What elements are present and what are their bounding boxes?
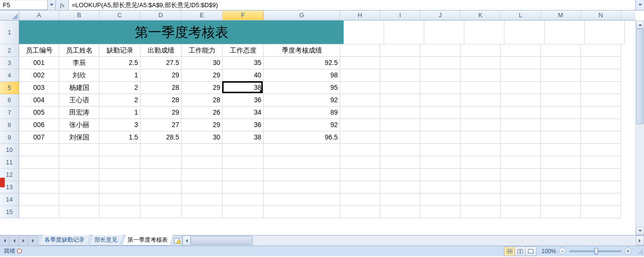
- cell-M8[interactable]: [541, 119, 581, 131]
- cell-I15[interactable]: [380, 206, 420, 218]
- cell-K2[interactable]: [461, 44, 501, 57]
- cell-A12[interactable]: [19, 169, 59, 181]
- cell-E13[interactable]: [182, 181, 223, 193]
- cell-D15[interactable]: [140, 206, 182, 218]
- cell-D6[interactable]: 28: [140, 94, 182, 107]
- cell-A10[interactable]: [19, 144, 59, 156]
- cell-J15[interactable]: [420, 206, 461, 218]
- cell-B13[interactable]: [59, 181, 99, 193]
- cell-J10[interactable]: [420, 144, 461, 156]
- cell-K5[interactable]: [461, 82, 501, 94]
- row-header-6[interactable]: 6: [0, 94, 19, 107]
- scroll-up-button[interactable]: [636, 21, 644, 29]
- zoom-level-label[interactable]: 100%: [541, 248, 556, 255]
- cell-D10[interactable]: [140, 144, 182, 156]
- row-header-5[interactable]: 5: [0, 82, 19, 94]
- cell-E10[interactable]: [182, 144, 223, 156]
- cell-F2[interactable]: 工作态度: [223, 44, 264, 57]
- row-header-11[interactable]: 11: [0, 156, 19, 169]
- cell-I6[interactable]: [380, 94, 420, 107]
- cell-M14[interactable]: [541, 193, 581, 206]
- cell-D3[interactable]: 27.5: [140, 57, 182, 69]
- cell-L3[interactable]: [501, 57, 541, 69]
- cell-H14[interactable]: [340, 193, 380, 206]
- cell-L6[interactable]: [501, 94, 541, 107]
- cell-D2[interactable]: 出勤成绩: [140, 44, 182, 57]
- cell-D4[interactable]: 29: [140, 69, 182, 82]
- cell-C3[interactable]: 2.5: [99, 57, 140, 69]
- row-header-8[interactable]: 8: [0, 119, 19, 131]
- cell-N14[interactable]: [581, 193, 621, 206]
- cell-I10[interactable]: [380, 144, 420, 156]
- cell-N9[interactable]: [581, 131, 621, 144]
- insert-sheet-button[interactable]: [172, 236, 182, 246]
- row-header-4[interactable]: 4: [0, 69, 19, 82]
- cell-M12[interactable]: [541, 169, 581, 181]
- cell-J3[interactable]: [420, 57, 461, 69]
- cell-G12[interactable]: [264, 169, 340, 181]
- cell-I2[interactable]: [380, 44, 420, 57]
- cell-H12[interactable]: [340, 169, 380, 181]
- resize-grip[interactable]: [636, 247, 644, 255]
- column-header-D[interactable]: D: [140, 11, 182, 20]
- cell-L11[interactable]: [501, 156, 541, 169]
- cell-J6[interactable]: [420, 94, 461, 107]
- row-header-3[interactable]: 3: [0, 57, 19, 69]
- cell-B5[interactable]: 杨建国: [59, 82, 99, 94]
- fx-icon[interactable]: fx: [58, 1, 66, 10]
- cell-H10[interactable]: [340, 144, 380, 156]
- cell-K15[interactable]: [461, 206, 501, 218]
- column-header-M[interactable]: M: [541, 11, 581, 20]
- view-page-layout-button[interactable]: [515, 247, 526, 256]
- cell-M10[interactable]: [541, 144, 581, 156]
- cell-I3[interactable]: [380, 57, 420, 69]
- cell-F11[interactable]: [223, 156, 264, 169]
- view-page-break-button[interactable]: [526, 247, 536, 256]
- tab-nav-next[interactable]: [19, 236, 29, 246]
- zoom-in-button[interactable]: +: [624, 247, 632, 255]
- cell-N5[interactable]: [581, 82, 621, 94]
- cell-E2[interactable]: 工作能力: [182, 44, 223, 57]
- zoom-slider-knob[interactable]: [594, 248, 598, 255]
- cell-M4[interactable]: [541, 69, 581, 82]
- cell-C10[interactable]: [99, 144, 140, 156]
- cell-N12[interactable]: [581, 169, 621, 181]
- cell-J9[interactable]: [420, 131, 461, 144]
- cell-E5[interactable]: 29: [182, 82, 223, 94]
- cell-E7[interactable]: 26: [182, 107, 223, 119]
- cell-B11[interactable]: [59, 156, 99, 169]
- column-header-G[interactable]: G: [264, 11, 340, 20]
- name-box-dropdown[interactable]: [48, 2, 55, 8]
- column-header-K[interactable]: K: [461, 11, 501, 20]
- cell-B3[interactable]: 李辰: [59, 57, 99, 69]
- cell-L14[interactable]: [501, 193, 541, 206]
- formula-bar-expand[interactable]: [635, 0, 644, 10]
- cell-K13[interactable]: [461, 181, 501, 193]
- cell-F6[interactable]: 36: [223, 94, 264, 107]
- cell-K7[interactable]: [461, 107, 501, 119]
- cell-D8[interactable]: 27: [140, 119, 182, 131]
- tab-nav-first[interactable]: [0, 236, 10, 246]
- horizontal-scrollbar[interactable]: [182, 236, 644, 246]
- cell-C6[interactable]: 2: [99, 94, 140, 107]
- cell-M15[interactable]: [541, 206, 581, 218]
- cell-K1[interactable]: [464, 21, 504, 44]
- cell-J12[interactable]: [420, 169, 461, 181]
- cell-H4[interactable]: [340, 69, 380, 82]
- cell-F9[interactable]: 38: [223, 131, 264, 144]
- cell-G2[interactable]: 季度考核成绩: [264, 44, 340, 57]
- row-header-10[interactable]: 10: [0, 144, 19, 156]
- cell-M1[interactable]: [545, 21, 585, 44]
- cell-M11[interactable]: [541, 156, 581, 169]
- cell-J13[interactable]: [420, 181, 461, 193]
- cell-A8[interactable]: 006: [19, 119, 59, 131]
- cell-C11[interactable]: [99, 156, 140, 169]
- vscroll-thumb[interactable]: [636, 29, 644, 124]
- sheet-tab-2[interactable]: 第一季度考核表: [122, 235, 173, 246]
- cell-I8[interactable]: [380, 119, 420, 131]
- cell-M6[interactable]: [541, 94, 581, 107]
- cell-N4[interactable]: [581, 69, 621, 82]
- column-header-A[interactable]: A: [19, 11, 59, 20]
- column-header-J[interactable]: J: [420, 11, 461, 20]
- zoom-out-button[interactable]: −: [559, 247, 566, 255]
